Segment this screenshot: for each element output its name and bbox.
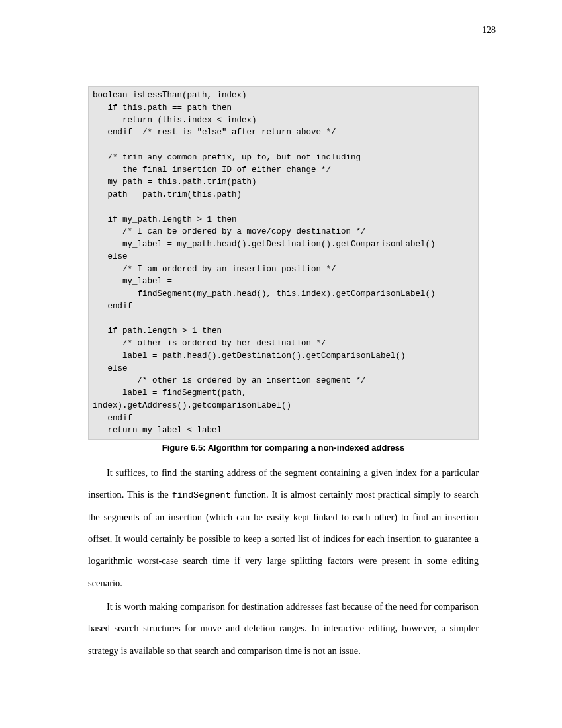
page-number: 128 [482, 25, 496, 36]
page-content: boolean isLessThan(path, index) if this.… [88, 86, 479, 663]
para1-text-b: function. It is almost certainly most pr… [88, 489, 479, 588]
body-text: It suffices, to find the starting addres… [88, 462, 479, 662]
figure-caption: Figure 6.5: Algorithm for comparing a no… [88, 443, 479, 453]
paragraph-1: It suffices, to find the starting addres… [88, 462, 479, 594]
code-listing: boolean isLessThan(path, index) if this.… [88, 86, 479, 440]
inline-code-findsegment: findSegment [172, 490, 231, 500]
paragraph-2: It is worth making comparison for destin… [88, 596, 479, 662]
